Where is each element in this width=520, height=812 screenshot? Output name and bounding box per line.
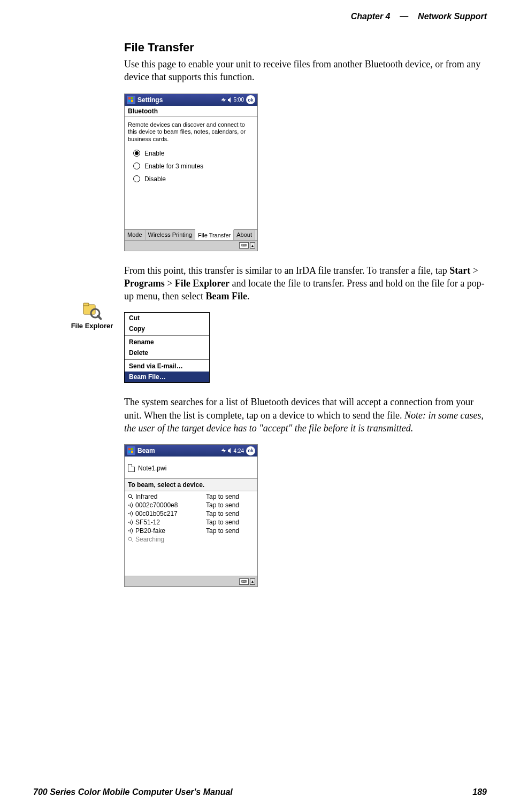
file-explorer-paragraph: From this point, this transfer is simila… [124,264,487,303]
beam-screenshot: Beam 4:24 ok Note1.pwi To beam, select a… [124,444,258,587]
beam-row[interactable]: 00c01b05c217 Tap to send [128,509,254,518]
page-footer: 700 Series Color Mobile Computer User's … [33,787,487,797]
page-number: 189 [472,787,487,797]
settings-footer: ⌨ ▲ [125,240,257,251]
settings-screenshot: Settings 5:00 ok Bluetooth Remote device… [124,94,258,251]
svg-rect-8 [128,448,131,450]
ok-button[interactable]: ok [246,446,255,455]
settings-title: Settings [137,96,219,104]
radio-label: Disable [144,175,166,183]
up-arrow-icon[interactable]: ▲ [250,578,255,585]
signal-icon [128,502,135,508]
beam-title: Beam [137,447,219,454]
menu-item-beam-file[interactable]: Beam File… [125,372,209,382]
file-explorer-icon [82,300,102,320]
header-sep: — [400,12,408,21]
radio-label: Enable [144,150,164,157]
svg-rect-5 [83,303,89,306]
radio-icon [133,163,140,169]
tab-file-transfer[interactable]: File Transfer [195,229,234,240]
connectivity-icon [221,97,226,103]
device-name: 00c01b05c217 [135,510,206,517]
searching-label: Searching [135,536,206,543]
file-icon [128,464,135,472]
device-action: Tap to send [206,527,254,535]
beam-titlebar: Beam 4:24 ok [125,445,257,457]
device-action: Tap to send [206,510,254,517]
menu-item-send-email[interactable]: Send via E-mail… [125,361,209,372]
beam-search-paragraph: The system searches for a list of Blueto… [124,396,487,435]
bluetooth-subhead: Bluetooth [125,106,257,117]
device-action: Tap to send [206,519,254,526]
tab-wireless-printing[interactable]: Wireless Printing [146,230,196,240]
svg-line-13 [131,497,133,499]
speaker-icon [228,448,232,453]
section-title: File Transfer [124,41,487,55]
status-icons: 4:24 [221,448,244,454]
clock: 4:24 [234,448,244,454]
radio-disable[interactable]: Disable [133,175,254,183]
beam-row[interactable]: PB20-fake Tap to send [128,527,254,535]
device-name: Infrared [135,493,206,500]
keyboard-icon[interactable]: ⌨ [239,242,249,249]
radio-enable-3min[interactable]: Enable for 3 minutes [133,163,254,170]
beam-row[interactable]: SF51-12 Tap to send [128,518,254,527]
menu-item-delete[interactable]: Delete [125,347,209,358]
signal-icon [128,511,135,517]
menu-item-rename[interactable]: Rename [125,337,209,347]
device-name: 0002c70000e8 [135,501,206,509]
settings-tabs: Mode Wireless Printing File Transfer Abo… [125,229,257,240]
svg-rect-0 [128,97,131,99]
device-action: Tap to send [206,501,254,509]
speaker-icon [228,97,232,103]
device-name: PB20-fake [135,527,206,535]
svg-rect-2 [128,100,131,102]
keyboard-icon[interactable]: ⌨ [239,578,249,585]
up-arrow-icon[interactable]: ▲ [250,242,255,249]
menu-separator [125,359,209,360]
ok-button[interactable]: ok [246,95,255,104]
radio-icon [133,175,140,182]
beam-row[interactable]: 0002c70000e8 Tap to send [128,501,254,509]
tab-mode[interactable]: Mode [125,230,146,240]
svg-point-16 [128,522,129,523]
svg-line-7 [98,316,101,319]
device-name: SF51-12 [135,519,206,526]
svg-point-14 [128,505,129,506]
menu-separator [125,335,209,336]
menu-item-copy[interactable]: Copy [125,323,209,334]
chapter-title: Network Support [418,12,487,21]
beam-list-header: To beam, select a device. [125,478,257,491]
radio-label: Enable for 3 minutes [144,163,203,170]
signal-icon [128,520,135,525]
svg-rect-11 [131,451,133,453]
svg-rect-10 [128,451,131,453]
svg-point-17 [128,530,129,531]
beam-row-searching: Searching [128,535,254,544]
radio-icon [133,150,140,157]
connectivity-icon [221,448,226,453]
chapter-number: Chapter 4 [351,12,391,21]
svg-rect-9 [131,448,133,450]
file-explorer-label: File Explorer [65,322,119,330]
status-icons: 5:00 [221,97,244,103]
intro-paragraph: Use this page to enable your unit to rec… [124,58,487,84]
svg-rect-1 [131,97,133,99]
beam-footer: ⌨ ▲ [125,576,257,586]
svg-line-19 [131,540,133,542]
device-action: Tap to send [206,493,254,500]
beam-filename: Note1.pwi [138,465,166,472]
page-header: Chapter 4 — Network Support [33,12,487,21]
context-menu: Cut Copy Rename Delete Send via E-mail… … [124,312,210,383]
manual-title: 700 Series Color Mobile Computer User's … [33,787,233,797]
search-icon [128,537,135,543]
windows-icon [127,96,135,104]
tab-about[interactable]: About [234,230,255,240]
beam-device-list: Infrared Tap to send 0002c70000e8 Tap to… [125,491,257,576]
beam-row[interactable]: Infrared Tap to send [128,492,254,501]
radio-enable[interactable]: Enable [133,150,254,157]
svg-point-15 [128,513,129,514]
windows-icon [127,446,135,455]
beam-filename-row: Note1.pwi [125,457,257,478]
menu-item-cut[interactable]: Cut [125,313,209,323]
